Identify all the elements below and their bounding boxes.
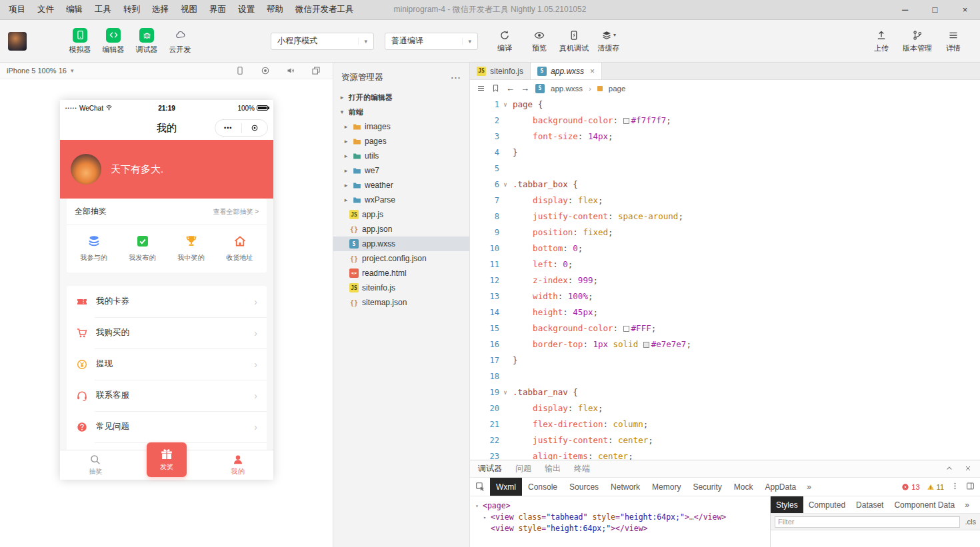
devtools-tab[interactable]: Console	[522, 478, 563, 496]
toolbar-cloud-button[interactable]: 云开发	[164, 28, 196, 55]
tree-file[interactable]: Sapp.wxss	[333, 237, 469, 251]
nav-forward-icon[interactable]: →	[521, 83, 529, 93]
phone-tab[interactable]: 我的	[202, 450, 273, 480]
preview-button[interactable]: 预览	[523, 29, 555, 53]
menubar-item[interactable]: 选择	[146, 0, 175, 19]
rotate-device-icon[interactable]	[235, 66, 245, 75]
menubar-item[interactable]: 帮助	[261, 0, 289, 19]
inspect-element-icon[interactable]	[470, 482, 490, 492]
menubar-item[interactable]: 微信开发者工具	[289, 0, 360, 19]
tree-file[interactable]: {}app.json	[333, 222, 469, 237]
maximize-icon[interactable]: □	[920, 0, 950, 19]
profile-avatar[interactable]	[71, 154, 101, 185]
phone-tab[interactable]: 抽奖	[60, 450, 131, 480]
menubar-item[interactable]: 界面	[203, 0, 232, 19]
devtools-tab[interactable]: Memory	[646, 478, 687, 496]
wxml-node[interactable]: ▾<page>	[475, 500, 765, 512]
debugger-panel-tab[interactable]: 问题	[515, 463, 531, 474]
menu-row[interactable]: 我购买的›	[67, 317, 267, 348]
close-panel-icon[interactable]	[964, 463, 972, 475]
version-button[interactable]: 版本管理	[901, 29, 933, 53]
breadcrumb-file[interactable]: app.wxss	[551, 85, 583, 93]
error-count-badge[interactable]: 13	[901, 483, 919, 491]
dock-side-icon[interactable]	[966, 482, 975, 492]
devtools-tab[interactable]: AppData	[759, 478, 802, 496]
toolbar-debugger-button[interactable]: 调试器	[131, 28, 163, 55]
phone-tab-featured[interactable]: 发奖	[131, 450, 203, 480]
explorer-section[interactable]: ▾前端	[333, 105, 469, 119]
record-icon[interactable]	[261, 66, 270, 75]
capsule-menu-button[interactable]: •••	[215, 125, 241, 131]
collapse-panel-icon[interactable]	[945, 463, 953, 475]
explorer-section[interactable]: ▸打开的编辑器	[333, 90, 469, 105]
capsule-home-button[interactable]	[242, 124, 268, 132]
styles-tab[interactable]: Styles	[771, 496, 803, 513]
tree-file[interactable]: JSapp.js	[333, 207, 469, 222]
expand-arrow-icon[interactable]: ▾	[475, 500, 483, 512]
tree-folder[interactable]: ▸utils	[333, 149, 469, 163]
toolbar-editor-button[interactable]: 编辑器	[97, 28, 129, 55]
tree-file[interactable]: {}sitemap.json	[333, 295, 469, 310]
debugger-panel-tab[interactable]: 终端	[574, 463, 590, 474]
quick-action[interactable]: 收货地址	[215, 234, 264, 263]
menubar-item[interactable]: 转到	[117, 0, 146, 19]
close-tab-icon[interactable]: ×	[590, 67, 595, 76]
menu-row[interactable]: 我的卡券›	[67, 286, 267, 317]
more-icon[interactable]: ···	[451, 73, 462, 83]
wxml-node[interactable]: <view style="height:64px;"></view>	[475, 523, 765, 534]
upload-button[interactable]: 上传	[865, 29, 897, 53]
sound-icon[interactable]	[286, 66, 295, 75]
menubar-item[interactable]: 视图	[175, 0, 203, 19]
devtools-tab[interactable]: Security	[687, 478, 727, 496]
styles-tab[interactable]: Component Data	[889, 496, 960, 513]
tree-file[interactable]: <>readme.html	[333, 266, 469, 280]
details-button[interactable]: 详情	[937, 29, 969, 53]
minimize-icon[interactable]: ─	[890, 0, 920, 19]
devtools-tab[interactable]: Wxml	[490, 478, 522, 496]
view-all-lottery-link[interactable]: 查看全部抽奖 >	[213, 207, 259, 217]
remote-debug-button[interactable]: 真机调试	[558, 29, 590, 53]
expand-arrow-icon[interactable]: ▸	[483, 512, 491, 523]
menu-row[interactable]: 联系客服›	[67, 380, 267, 411]
outline-icon[interactable]	[477, 84, 485, 93]
menubar-item[interactable]: 编辑	[60, 0, 89, 19]
editor-tab[interactable]: JSsiteinfo.js	[470, 63, 531, 79]
menubar-item[interactable]: 文件	[31, 0, 60, 19]
tree-folder[interactable]: ▸we7	[333, 163, 469, 178]
mode-dropdown[interactable]: 小程序模式 ▾	[271, 33, 374, 50]
quick-action[interactable]: 我参与的	[69, 234, 118, 263]
kebab-menu-icon[interactable]	[951, 482, 959, 492]
tab-overflow-icon[interactable]: »	[960, 496, 974, 513]
bookmark-icon[interactable]	[491, 84, 500, 93]
user-avatar[interactable]	[8, 32, 27, 51]
fold-icon[interactable]: ∨	[499, 384, 511, 400]
cls-toggle[interactable]: .cls	[965, 518, 977, 526]
tree-folder[interactable]: ▸pages	[333, 134, 469, 149]
tree-folder[interactable]: ▸weather	[333, 178, 469, 193]
breadcrumb-symbol[interactable]: page	[609, 85, 626, 93]
menubar-item[interactable]: 项目	[3, 0, 31, 19]
fold-icon[interactable]: ∨	[499, 177, 511, 193]
debugger-panel-tab[interactable]: 调试器	[478, 463, 502, 474]
warning-count-badge[interactable]: 11	[927, 483, 944, 491]
menubar-item[interactable]: 设置	[232, 0, 261, 19]
devtools-tab[interactable]: Sources	[563, 478, 605, 496]
styles-tab[interactable]: Computed	[803, 496, 851, 513]
code-editor[interactable]: 1∨page {2 background-color: #f7f7f7;3 fo…	[470, 97, 980, 460]
compile-mode-dropdown[interactable]: 普通编译 ▾	[385, 33, 478, 50]
styles-filter-input[interactable]	[775, 516, 960, 528]
styles-tab[interactable]: Dataset	[851, 496, 889, 513]
nav-back-icon[interactable]: ←	[506, 83, 515, 93]
close-icon[interactable]: ×	[950, 0, 980, 19]
detach-window-icon[interactable]	[311, 66, 321, 75]
quick-action[interactable]: 我中奖的	[167, 234, 215, 263]
quick-action[interactable]: 我发布的	[118, 234, 167, 263]
devtools-tab[interactable]: Mock	[728, 478, 759, 496]
editor-tab[interactable]: Sapp.wxss×	[531, 63, 602, 79]
tree-file[interactable]: {}project.config.json	[333, 251, 469, 266]
wxml-node[interactable]: ▸<view class="tabhead" style="height:64p…	[475, 512, 765, 523]
fold-icon[interactable]: ∨	[499, 97, 511, 113]
toolbar-simulator-button[interactable]: 模拟器	[64, 28, 96, 55]
tree-folder[interactable]: ▸images	[333, 119, 469, 134]
menubar-item[interactable]: 工具	[89, 0, 117, 19]
